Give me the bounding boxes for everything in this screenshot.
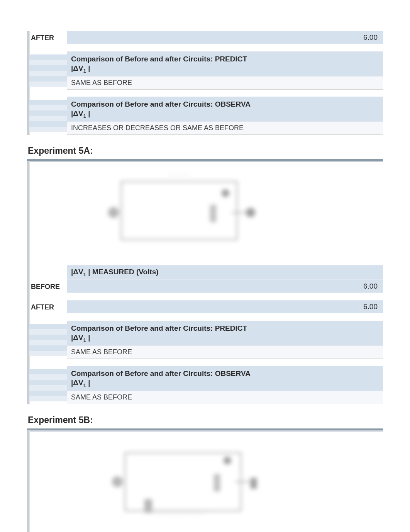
before-value-5a: 6.00 xyxy=(67,280,383,293)
svg-rect-12 xyxy=(144,499,152,513)
predict-header: Comparison of Before and after Circuits:… xyxy=(67,51,383,76)
observe-answer: INCREASES OR DECREASES OR SAME AS BEFORE xyxy=(67,122,383,135)
predict-dv1-5a: |ΔV1 | xyxy=(71,333,379,343)
svg-text:— — —: — — — xyxy=(169,171,189,177)
after-label: AFTER xyxy=(29,31,67,44)
observe-header-5a: Comparison of Before and after Circuits:… xyxy=(67,366,383,391)
predict-header-5a: Comparison of Before and after Circuits:… xyxy=(67,321,383,346)
exp5a-title: Experiment 5A: xyxy=(27,142,383,161)
svg-point-9 xyxy=(224,457,231,464)
predict-header-text: Comparison of Before and after Circuits:… xyxy=(71,55,247,63)
before-label-5a: BEFORE xyxy=(29,280,67,293)
svg-rect-7 xyxy=(125,453,241,511)
svg-point-1 xyxy=(108,207,119,218)
circuit-image-5a: — — — xyxy=(67,166,383,263)
predict-answer-5a: SAME AS BEFORE xyxy=(67,346,383,359)
observe-dv1-5a: |ΔV1 | xyxy=(71,379,379,388)
svg-rect-4 xyxy=(210,205,216,222)
after-value: 6.00 xyxy=(67,31,383,44)
circuit-image-5b xyxy=(67,435,383,532)
observe-header-text: Comparison of Before and after Circuits:… xyxy=(71,100,251,108)
predict-answer: SAME AS BEFORE xyxy=(67,76,383,90)
after-label-5a: AFTER xyxy=(29,300,67,314)
svg-rect-0 xyxy=(121,182,237,240)
observe-header: Comparison of Before and after Circuits:… xyxy=(67,97,383,122)
exp5b-title: Experiment 5B: xyxy=(27,411,383,430)
observe-answer-5a: SAME AS BEFORE xyxy=(67,391,383,404)
measured-header: |ΔV1 | MEASURED (Volts) xyxy=(67,265,383,280)
svg-rect-11 xyxy=(214,474,220,491)
after-value-5a: 6.00 xyxy=(67,300,383,313)
svg-point-8 xyxy=(112,476,123,487)
svg-rect-10 xyxy=(251,478,257,489)
predict-header-text-5a: Comparison of Before and after Circuits:… xyxy=(71,324,247,332)
predict-dv1: |ΔV1 | xyxy=(71,64,379,74)
observe-dv1: |ΔV1 | xyxy=(71,109,379,119)
observe-header-text-5a: Comparison of Before and after Circuits:… xyxy=(71,369,251,377)
svg-point-2 xyxy=(222,189,229,197)
